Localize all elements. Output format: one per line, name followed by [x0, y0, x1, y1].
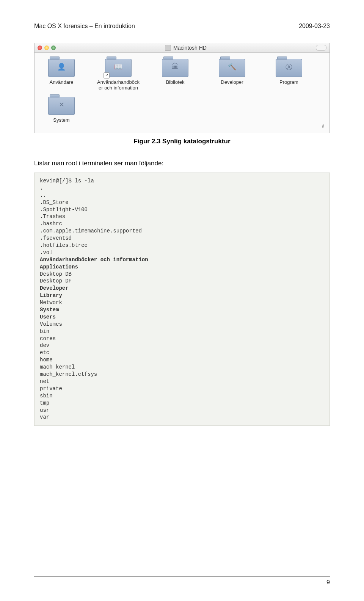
window-title: Macintosh HD: [173, 45, 207, 51]
window-titlebar: Macintosh HD: [35, 43, 329, 53]
page-number: 9: [34, 579, 330, 586]
page-footer: 9: [34, 576, 330, 586]
page-header: Mac OS X forensics – En introduktion 200…: [34, 23, 330, 30]
folder-icon: 🏛: [162, 59, 188, 77]
folder-item[interactable]: 👤Användare: [39, 59, 84, 91]
footer-rule: [34, 576, 330, 577]
minimize-icon[interactable]: [44, 46, 49, 50]
folder-label: Användarhandböck er och information: [96, 79, 141, 91]
icon-grid: 👤Användare📖↗Användarhandböck er och info…: [39, 59, 325, 123]
header-left: Mac OS X forensics – En introduktion: [34, 23, 135, 30]
folder-item[interactable]: 🏛Bibliotek: [153, 59, 198, 91]
folder-label: Program: [267, 79, 311, 85]
zoom-icon[interactable]: [51, 46, 56, 50]
folder-icon: Ⓐ: [276, 59, 302, 77]
folder-item[interactable]: 🔨Developer: [210, 59, 254, 91]
folder-item[interactable]: 📖↗Användarhandböck er och information: [96, 59, 141, 91]
close-icon[interactable]: [38, 46, 42, 50]
window-body: 👤Användare📖↗Användarhandböck er och info…: [35, 53, 329, 133]
folder-label: Developer: [210, 79, 254, 85]
toolbar-toggle-button[interactable]: [316, 45, 326, 51]
folder-label: Bibliotek: [153, 79, 198, 85]
resize-grip-icon[interactable]: ///: [39, 123, 325, 130]
folder-item[interactable]: ⒶProgram: [267, 59, 311, 91]
folder-icon: 🔨: [219, 59, 245, 77]
intro-text: Listar man root i terminalen ser man föl…: [34, 160, 330, 167]
folder-icon: 📖↗: [105, 59, 132, 77]
finder-window: Macintosh HD 👤Användare📖↗Användarhandböc…: [34, 43, 330, 133]
folder-icon: ✕: [48, 97, 75, 115]
folder-icon: 👤: [48, 59, 75, 77]
header-right: 2009-03-23: [299, 23, 330, 30]
header-rule: [34, 32, 330, 32]
folder-label: Användare: [39, 79, 84, 85]
figure-caption: Figur 2.3 Synlig katalogstruktur: [34, 138, 330, 145]
folder-label: System: [39, 117, 84, 123]
disk-icon: [165, 45, 171, 51]
folder-item[interactable]: ✕System: [39, 97, 84, 123]
terminal-output: kevin@[/]$ ls -la . .. .DS_Store .Spotli…: [34, 173, 330, 426]
alias-arrow-icon: ↗: [104, 72, 110, 78]
